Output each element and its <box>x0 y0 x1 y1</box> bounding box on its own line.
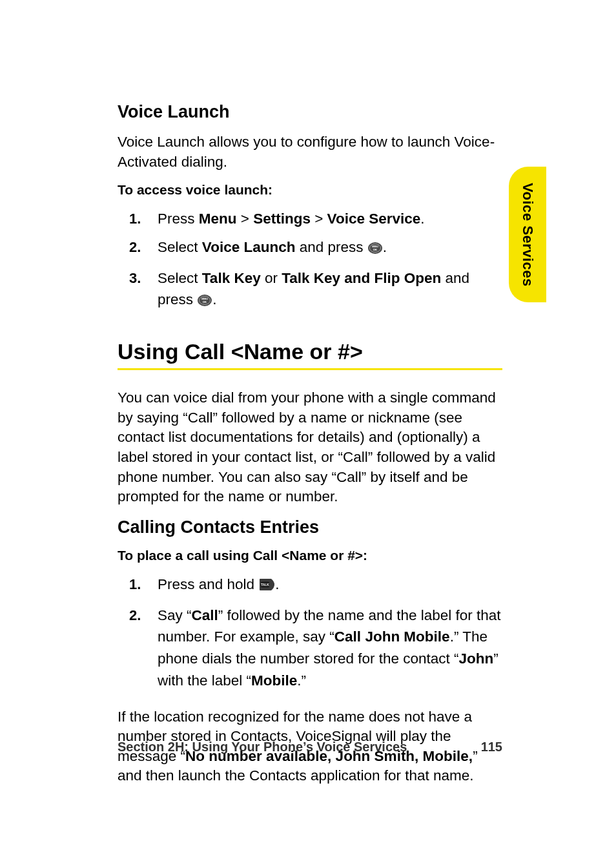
ok-key-icon: MENUOK <box>197 291 212 313</box>
step-number: 1. <box>129 574 141 595</box>
voice-launch-steps: 1. Press Menu > Settings > Voice Service… <box>118 208 502 313</box>
heading-voice-launch: Voice Launch <box>118 102 502 122</box>
step-2: 2. Say “Call” followed by the name and t… <box>158 605 502 692</box>
step-2: 2. Select Voice Launch and press MENUOK. <box>158 236 502 261</box>
bold-mobile: Mobile <box>251 672 297 689</box>
bold-settings: Settings <box>253 211 311 227</box>
text: > <box>311 211 327 227</box>
heading-calling-contacts: Calling Contacts Entries <box>118 517 502 537</box>
footer-page-number: 115 <box>481 740 502 754</box>
text: Select <box>158 270 202 286</box>
bold-john: John <box>459 650 494 667</box>
text: or <box>261 270 282 286</box>
voice-launch-intro: Voice Launch allows you to configure how… <box>118 132 502 172</box>
step-1: 1. Press Menu > Settings > Voice Service… <box>158 208 502 230</box>
side-tab-label: Voice Services <box>519 183 536 287</box>
bold-talk-key: Talk Key <box>202 270 261 286</box>
svg-text:TALK: TALK <box>262 583 270 587</box>
heading-rule <box>118 368 502 370</box>
text: Select <box>158 239 202 255</box>
page-container: Voice Services Voice Launch Voice Launch… <box>0 0 616 863</box>
text: . <box>420 211 424 227</box>
page-footer: Section 2H: Using Your Phone’s Voice Ser… <box>118 740 502 754</box>
text: > <box>237 211 254 227</box>
text: .” <box>297 672 306 689</box>
bold-talk-key-flip: Talk Key and Flip Open <box>282 270 441 286</box>
main-heading-block: Using Call <Name or #> <box>118 339 502 370</box>
main-intro: You can voice dial from your phone with … <box>118 388 502 507</box>
step-3: 3. Select Talk Key or Talk Key and Flip … <box>158 267 502 314</box>
text: Press <box>158 211 199 227</box>
lead-access-voice-launch: To access voice launch: <box>118 182 502 198</box>
step-number: 2. <box>129 236 141 258</box>
bold-menu: Menu <box>199 211 237 227</box>
step-number: 3. <box>129 267 141 289</box>
bold-voice-launch: Voice Launch <box>202 239 296 255</box>
svg-text:OK: OK <box>373 247 377 251</box>
step-1: 1. Press and hold TALK. <box>158 574 502 598</box>
bold-voice-service: Voice Service <box>327 211 421 227</box>
step-number: 1. <box>129 208 141 229</box>
svg-text:OK: OK <box>203 300 207 304</box>
heading-using-call: Using Call <Name or #> <box>118 339 502 364</box>
bold-call-john-mobile: Call John Mobile <box>334 629 450 645</box>
text: . <box>275 576 279 592</box>
lead-place-call: To place a call using Call <Name or #>: <box>118 548 502 563</box>
text: Press and hold <box>158 576 258 592</box>
text: Say “ <box>158 607 192 623</box>
text: . <box>383 239 387 255</box>
calling-steps: 1. Press and hold TALK. 2. Say “Call” fo… <box>118 574 502 692</box>
talk-key-icon: TALK <box>258 576 275 598</box>
ok-key-icon: MENUOK <box>367 239 383 261</box>
side-tab: Voice Services <box>509 167 546 302</box>
text: and press <box>295 239 367 255</box>
step-number: 2. <box>129 605 141 626</box>
footer-section: Section 2H: Using Your Phone’s Voice Ser… <box>118 740 407 754</box>
bold-call: Call <box>192 607 218 623</box>
text: . <box>212 291 216 307</box>
